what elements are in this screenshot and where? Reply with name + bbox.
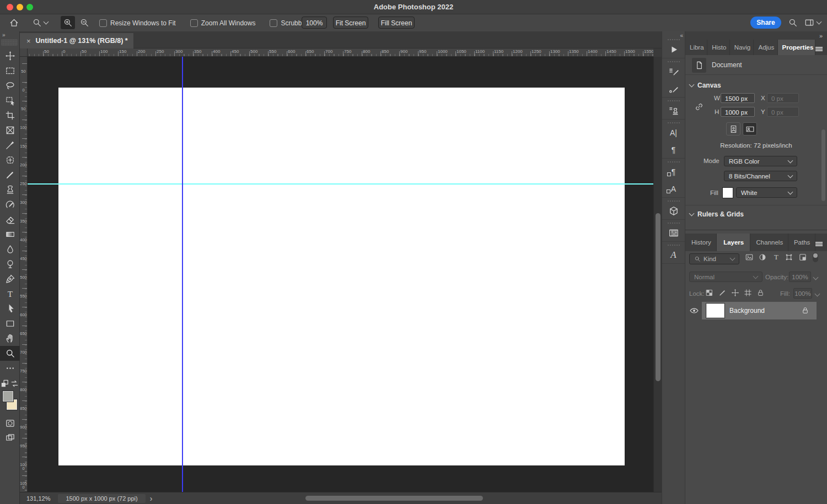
tool-clone-stamp[interactable] <box>0 182 20 197</box>
link-dimensions-icon[interactable] <box>694 97 704 117</box>
tab-navigator[interactable]: Navig <box>730 40 754 55</box>
lock-artboard-icon[interactable] <box>744 289 753 297</box>
tool-crop[interactable] <box>0 108 20 123</box>
tools-panel-grabber[interactable] <box>1 39 18 46</box>
tool-gradient[interactable] <box>0 227 20 242</box>
tool-eyedropper[interactable] <box>0 138 20 153</box>
tool-path-selection[interactable] <box>0 301 20 316</box>
mode-dropdown[interactable]: RGB Color <box>724 156 797 166</box>
tool-eraser[interactable] <box>0 212 20 227</box>
landscape-orientation-button[interactable] <box>743 122 757 136</box>
portrait-orientation-button[interactable] <box>726 122 740 136</box>
tool-lasso[interactable] <box>0 78 20 93</box>
tab-adjustments[interactable]: Adjus <box>754 40 777 55</box>
y-field[interactable]: 0 px <box>767 107 799 117</box>
fill-color-swatch[interactable] <box>722 187 733 198</box>
dock-group-grabber[interactable] <box>668 122 680 123</box>
opacity-field[interactable]: 100% <box>789 272 811 282</box>
fill-dropdown[interactable]: White <box>736 187 797 198</box>
height-field[interactable]: 1000 px <box>721 107 755 117</box>
lock-transparency-icon[interactable] <box>705 289 714 297</box>
tool-type[interactable] <box>0 286 20 301</box>
lock-all-icon[interactable] <box>756 289 765 297</box>
tool-rectangle[interactable] <box>0 316 20 331</box>
dock-group-grabber[interactable] <box>668 161 680 162</box>
tool-history-brush[interactable] <box>0 197 20 212</box>
workspace-switcher[interactable] <box>802 16 823 29</box>
dock-panel-character-styles-icon[interactable]: A <box>662 180 685 197</box>
tools-panel-expand-icon[interactable]: » <box>2 32 5 38</box>
horizontal-guide[interactable] <box>28 183 653 185</box>
horizontal-ruler[interactable]: 5005010015020025030035040045050055060065… <box>28 48 653 57</box>
panels-collapse-icon[interactable]: » <box>819 32 823 39</box>
tool-move[interactable] <box>0 48 20 63</box>
tool-object-selection[interactable] <box>0 93 20 108</box>
home-button[interactable] <box>7 16 21 29</box>
tab-layers[interactable]: Layers <box>717 234 750 251</box>
zoom-percentage-field[interactable]: 100% <box>302 17 327 29</box>
vertical-ruler[interactable]: 1005005010015020025030035040045050055060… <box>20 57 28 492</box>
tab-history[interactable]: History <box>685 234 717 251</box>
tool-spot-healing[interactable] <box>0 153 20 167</box>
dock-panel-brushes-icon[interactable] <box>662 80 685 97</box>
share-button[interactable]: Share <box>750 17 781 29</box>
tab-paths[interactable]: Paths <box>788 234 815 251</box>
dock-panel-paragraph-styles-icon[interactable]: ¶ <box>662 163 685 180</box>
filter-adjustment-layers-icon[interactable] <box>758 253 767 262</box>
canvas-section-header[interactable]: Canvas <box>690 82 721 89</box>
vertical-guide[interactable] <box>182 57 183 492</box>
checkbox[interactable] <box>270 19 277 27</box>
blend-mode-dropdown[interactable]: Normal <box>689 272 762 282</box>
filter-pixel-layers-icon[interactable] <box>745 253 754 262</box>
tool-brush[interactable] <box>0 167 20 182</box>
tool-rect-marquee[interactable] <box>0 63 20 78</box>
vertical-scrollbar[interactable] <box>653 57 662 492</box>
search-icon[interactable] <box>786 16 800 29</box>
layer-filter-kind-dropdown[interactable]: Kind <box>689 253 739 264</box>
tool-dodge[interactable] <box>0 257 20 272</box>
dock-group-grabber[interactable] <box>668 223 680 224</box>
tool-pen[interactable] <box>0 272 20 286</box>
dock-expand-icon[interactable]: « <box>680 32 683 39</box>
dock-group-grabber[interactable] <box>668 245 680 246</box>
fill-chevron-icon[interactable] <box>815 291 820 297</box>
tool-zoom[interactable] <box>0 346 20 361</box>
fill-screen-button[interactable]: Fill Screen <box>378 17 415 29</box>
foreground-color-swatch[interactable] <box>3 391 13 402</box>
layer-name[interactable]: Background <box>729 307 765 315</box>
tab-histogram[interactable]: Histo <box>707 40 730 55</box>
tab-properties[interactable]: Properties <box>778 40 815 55</box>
layer-visibility-eye-icon[interactable] <box>689 306 699 316</box>
dock-panel-character-icon[interactable]: A| <box>662 124 685 141</box>
fit-screen-button[interactable]: Fit Screen <box>333 17 368 29</box>
horizontal-scrollbar[interactable] <box>152 492 662 504</box>
filter-type-layers-icon[interactable] <box>772 253 781 262</box>
status-zoom-level[interactable]: 131,12% <box>26 495 50 502</box>
checkbox[interactable] <box>190 19 198 27</box>
zoom-out-button[interactable] <box>77 16 92 29</box>
canvas[interactable] <box>58 88 625 465</box>
lock-position-icon[interactable] <box>731 289 740 297</box>
filter-smart-objects-icon[interactable] <box>798 253 807 262</box>
tab-libraries[interactable]: Libra <box>685 40 707 55</box>
zoom-tool-preset[interactable] <box>29 16 51 29</box>
close-tab-icon[interactable]: × <box>26 37 31 45</box>
layer-row[interactable]: Background <box>685 302 827 319</box>
opacity-chevron-icon[interactable] <box>813 275 819 280</box>
tool-hand[interactable] <box>0 331 20 346</box>
x-field[interactable]: 0 px <box>767 93 799 103</box>
screen-mode-button[interactable] <box>0 430 20 445</box>
dock-panel-clone-source-icon[interactable] <box>662 102 685 119</box>
width-field[interactable]: 1500 px <box>721 93 755 103</box>
vertical-scrollbar-thumb[interactable] <box>656 213 660 381</box>
panel-menu-icon[interactable] <box>815 242 823 243</box>
dock-panel-glyphs-icon[interactable]: A <box>662 246 685 263</box>
dock-panel-brush-settings-icon[interactable] <box>662 63 685 80</box>
canvas-viewport[interactable] <box>28 57 653 492</box>
dock-panel-3d-icon[interactable] <box>662 202 685 219</box>
swap-colors-icon[interactable] <box>8 378 20 388</box>
tool-more-tools[interactable] <box>0 361 20 376</box>
fill-opacity-field[interactable]: 100% <box>793 288 812 299</box>
dock-group-grabber[interactable] <box>668 39 680 40</box>
tool-frame[interactable] <box>0 123 20 138</box>
